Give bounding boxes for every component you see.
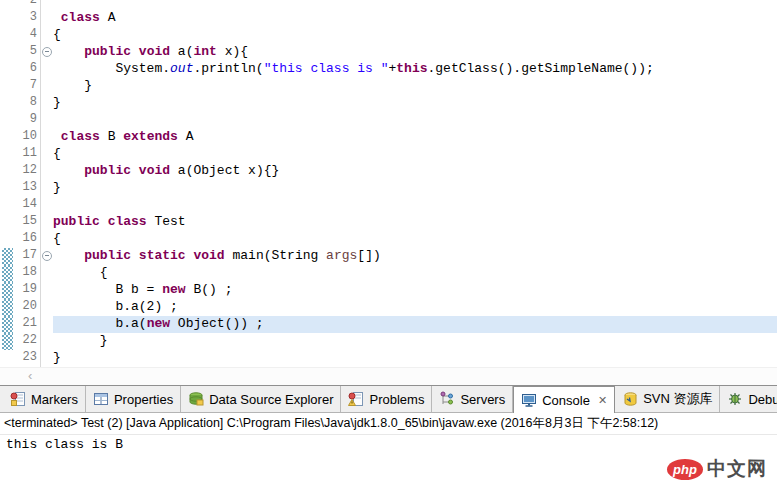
code-line-text[interactable]: class B extends A [53,129,777,146]
line-number[interactable]: 15 [13,214,40,231]
code-row[interactable]: 22 } [0,333,777,350]
code-line-text[interactable]: { [53,27,777,44]
code-row[interactable]: 5 public void a(int x){ [0,44,777,61]
scroll-left-arrow[interactable]: ‹ [28,368,32,384]
line-number[interactable]: 20 [13,299,40,316]
line-number[interactable]: 9 [13,112,40,129]
fold-column [40,163,53,180]
code-line-text[interactable]: } [53,350,777,367]
line-number[interactable]: 2 [13,0,40,10]
line-number[interactable]: 5 [13,44,40,61]
tab-svn-repository[interactable]: SVN 资源库 [615,386,720,412]
code-line-text[interactable]: { [53,265,777,282]
fold-column [40,10,53,27]
fold-column [40,282,53,299]
code-line-text[interactable] [53,112,777,129]
fold-column [40,95,53,112]
code-line-text[interactable]: public void a(Object x){} [53,163,777,180]
code-line-text[interactable]: } [53,333,777,350]
code-row[interactable]: 9 [0,112,777,129]
tab-properties[interactable]: Properties [86,386,181,412]
code-line-text[interactable] [53,197,777,214]
range-indicator [2,316,13,333]
horizontal-scrollbar[interactable]: ‹ [0,367,777,385]
code-row[interactable]: 2 [0,0,777,10]
tab-servers[interactable]: Servers [432,386,513,412]
code-row[interactable]: 23} [0,350,777,367]
php-logo-badge: php [667,459,703,480]
code-row[interactable]: 11{ [0,146,777,163]
line-number[interactable]: 4 [13,27,40,44]
code-row[interactable]: 19 B b = new B() ; [0,282,777,299]
line-number[interactable]: 21 [13,316,40,333]
line-number[interactable]: 6 [13,61,40,78]
code-line-text[interactable]: public class Test [53,214,777,231]
code-row[interactable]: 13} [0,180,777,197]
console-icon [521,392,537,408]
line-number[interactable]: 17 [13,248,40,265]
line-number[interactable]: 23 [13,350,40,367]
marker-bar [2,61,13,78]
code-row[interactable]: 8} [0,95,777,112]
console-output[interactable]: this class is B [0,435,777,454]
code-line-text[interactable]: } [53,95,777,112]
code-line-text[interactable]: System.out.println("this class is "+this… [53,61,777,78]
line-number[interactable]: 12 [13,163,40,180]
line-number[interactable]: 11 [13,146,40,163]
line-number[interactable]: 8 [13,95,40,112]
code-row[interactable]: 4{ [0,27,777,44]
line-number[interactable]: 7 [13,78,40,95]
marker-bar [2,44,13,61]
code-row[interactable]: 6 System.out.println("this class is "+th… [0,61,777,78]
line-number[interactable]: 22 [13,333,40,350]
tab-label: Problems [369,392,424,407]
code-line-text[interactable]: b.a(2) ; [53,299,777,316]
range-indicator [2,282,13,299]
close-icon[interactable]: ✕ [598,394,607,407]
code-row[interactable]: 21 b.a(new Object()) ; [0,316,777,333]
tab-problems[interactable]: Problems [341,386,432,412]
line-number[interactable]: 10 [13,129,40,146]
tab-data-source-explorer[interactable]: Data Source Explorer [181,386,341,412]
tab-label: Properties [114,392,173,407]
line-number[interactable]: 13 [13,180,40,197]
fold-column [40,248,53,265]
code-line-text[interactable]: { [53,231,777,248]
code-row[interactable]: 18 { [0,265,777,282]
code-editor[interactable]: 23 class A4{5 public void a(int x){6 Sys… [0,0,777,385]
code-line-text[interactable]: public void a(int x){ [53,44,777,61]
code-row[interactable]: 17 public static void main(String args[]… [0,248,777,265]
bottom-panel: Markers Properties Data Source [0,385,777,490]
code-line-text[interactable]: class A [53,10,777,27]
code-line-text[interactable]: B b = new B() ; [53,282,777,299]
line-number[interactable]: 16 [13,231,40,248]
markers-icon [10,391,26,407]
code-line-text[interactable]: } [53,180,777,197]
code-line-text[interactable]: { [53,146,777,163]
line-number[interactable]: 18 [13,265,40,282]
code-line-text[interactable]: } [53,78,777,95]
code-row[interactable]: 14 [0,197,777,214]
tab-label: Data Source Explorer [209,392,333,407]
tab-debug[interactable]: Debug [720,386,777,412]
code-row[interactable]: 3 class A [0,10,777,27]
fold-collapse-icon[interactable] [42,47,52,57]
line-number[interactable]: 14 [13,197,40,214]
fold-collapse-icon[interactable] [42,251,52,261]
line-number[interactable]: 19 [13,282,40,299]
tab-markers[interactable]: Markers [3,386,86,412]
code-row[interactable]: 16{ [0,231,777,248]
fold-column [40,214,53,231]
code-row[interactable]: 15public class Test [0,214,777,231]
code-row[interactable]: 10 class B extends A [0,129,777,146]
tab-console[interactable]: Console ✕ [513,386,615,413]
code-line-text[interactable]: public static void main(String args[]) [53,248,777,265]
code-row[interactable]: 12 public void a(Object x){} [0,163,777,180]
code-line-text[interactable] [53,0,777,10]
marker-bar [2,112,13,129]
code-row[interactable]: 20 b.a(2) ; [0,299,777,316]
console-status-line: <terminated> Test (2) [Java Application]… [0,413,777,435]
code-row[interactable]: 7 } [0,78,777,95]
line-number[interactable]: 3 [13,10,40,27]
code-line-text[interactable]: b.a(new Object()) ; [53,316,777,333]
